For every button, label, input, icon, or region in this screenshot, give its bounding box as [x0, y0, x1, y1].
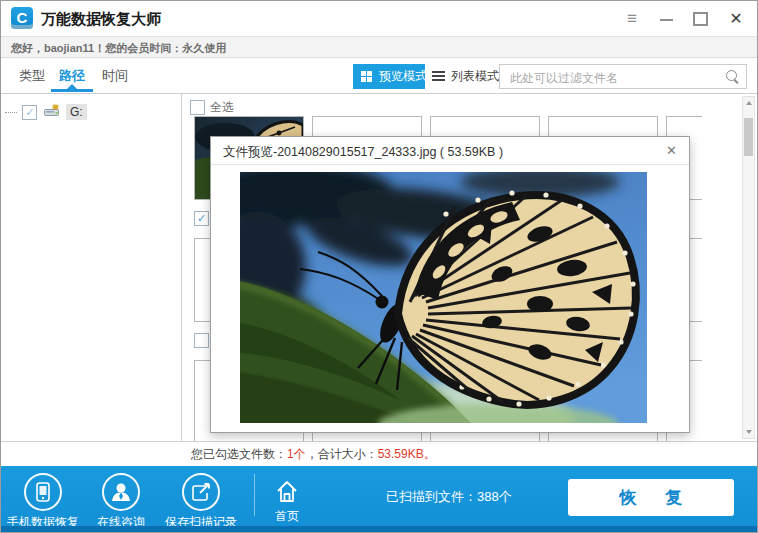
file-checkbox-checked[interactable]: ✓: [194, 211, 209, 226]
status-middle: ，合计大小：: [306, 447, 378, 461]
export-icon: [182, 473, 220, 511]
save-scan-button[interactable]: 保存扫描记录: [157, 473, 245, 531]
footer-divider: [254, 474, 255, 516]
list-mode-button[interactable]: 列表模式: [425, 64, 508, 89]
online-consult-button[interactable]: 在线咨询: [81, 473, 161, 531]
preview-mode-button[interactable]: 预览模式: [353, 64, 436, 89]
tree-branch-line: [5, 112, 17, 113]
active-tab-underline: [51, 89, 93, 92]
recover-button[interactable]: 恢 复: [568, 479, 734, 516]
close-button[interactable]: ✕: [723, 9, 749, 29]
folder-tree-panel: ✓ G:: [1, 94, 182, 441]
toolbar: 类型 路径 时间 预览模式 列表模式: [1, 60, 757, 94]
scrollbar-thumb[interactable]: [744, 118, 753, 156]
scanned-count-text: 已扫描到文件：388个: [386, 488, 512, 506]
selection-status-bar: 您已勾选文件数：1个，合计大小：53.59KB。: [1, 441, 757, 466]
butterfly-preview-image: [240, 172, 647, 423]
phone-icon: [24, 473, 62, 511]
select-all-control[interactable]: 全选: [190, 99, 234, 116]
modal-close-icon[interactable]: ✕: [666, 143, 677, 158]
filter-search-box: [499, 64, 747, 89]
tab-path[interactable]: 路径: [59, 67, 85, 85]
consultant-icon: [102, 473, 140, 511]
select-all-label: 全选: [210, 100, 234, 114]
drive-label: G:: [66, 104, 87, 120]
grid-view-icon: [361, 71, 372, 82]
file-checkbox[interactable]: [194, 333, 209, 348]
modal-title-bar: 文件预览-20140829015517_24333.jpg ( 53.59KB …: [211, 137, 689, 165]
app-window: C 万能数据恢复大师 ≡ ✕ 您好，baojian11！您的会员时间：永久使用 …: [0, 0, 758, 533]
search-icon[interactable]: [726, 70, 737, 81]
status-size: 53.59KB。: [378, 447, 436, 461]
tree-item-drive-g[interactable]: ✓ G:: [5, 104, 87, 122]
menu-icon[interactable]: ≡: [619, 9, 645, 29]
footer-bar: 手机数据恢复 在线咨询 保存扫描记录: [1, 466, 757, 526]
select-all-checkbox[interactable]: [190, 100, 205, 115]
scroll-down-icon[interactable]: [743, 425, 754, 438]
list-mode-label: 列表模式: [451, 69, 499, 83]
tab-time[interactable]: 时间: [102, 67, 128, 85]
scroll-up-icon[interactable]: [743, 97, 754, 110]
greeting-text: 您好，baojian11！您的会员时间：永久使用: [1, 36, 757, 58]
list-view-icon: [432, 71, 445, 82]
maximize-button[interactable]: [687, 9, 713, 29]
drive-icon: [44, 104, 60, 120]
file-preview-modal: 文件预览-20140829015517_24333.jpg ( 53.59KB …: [210, 136, 690, 433]
title-bar: C 万能数据恢复大师 ≡ ✕: [1, 1, 757, 36]
modal-title: 文件预览-20140829015517_24333.jpg ( 53.59KB …: [223, 144, 503, 161]
preview-mode-label: 预览模式: [379, 69, 427, 83]
footer-bottom-strip: [1, 526, 757, 532]
phone-recovery-button[interactable]: 手机数据恢复: [3, 473, 83, 531]
grid-scrollbar[interactable]: [742, 96, 755, 439]
status-count: 1个: [287, 447, 306, 461]
drive-checkbox[interactable]: ✓: [22, 105, 37, 120]
tab-type[interactable]: 类型: [19, 67, 45, 85]
home-label: 首页: [259, 508, 315, 525]
search-input[interactable]: [508, 66, 722, 89]
minimize-button[interactable]: [653, 9, 679, 29]
home-button[interactable]: 首页: [259, 473, 315, 525]
home-icon: [259, 473, 315, 505]
app-title: 万能数据恢复大师: [41, 10, 161, 29]
status-prefix: 您已勾选文件数：: [191, 447, 287, 461]
app-logo-icon: C: [11, 7, 33, 29]
